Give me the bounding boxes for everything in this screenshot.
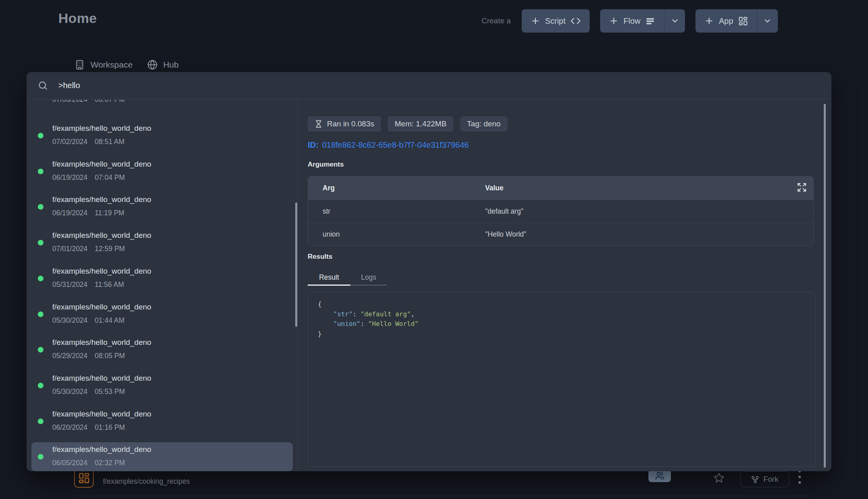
run-item-clipped-date: 07/06/202406:07 PM [52, 100, 125, 104]
run-item-datetime: 05/29/202408:05 PM [52, 352, 125, 360]
run-badges: Ran in 0.083sMem: 1.422MBTag: deno [308, 116, 508, 132]
run-stat-badge: Mem: 1.422MB [388, 116, 453, 132]
success-dot-icon [38, 204, 43, 210]
run-list-item[interactable]: f/examples/hello_world_deno05/30/202405:… [31, 371, 293, 400]
fork-button[interactable]: Fork [740, 471, 789, 487]
run-item-path: f/examples/hello_world_deno [52, 195, 151, 204]
success-dot-icon [38, 133, 43, 138]
arguments-title: Arguments [308, 161, 344, 169]
run-item-path: f/examples/hello_world_deno [52, 409, 151, 419]
create-flow-button-group: Flow [600, 9, 685, 33]
code-icon [570, 16, 581, 26]
app-button-label: App [719, 16, 733, 26]
success-dot-icon [38, 169, 43, 174]
fork-button-label: Fork [763, 475, 778, 484]
git-fork-icon [751, 475, 759, 484]
run-id[interactable]: ID:018fe862-8c62-65e8-b7f7-04e31f379646 [308, 140, 469, 150]
create-row: Create a Script Flow [481, 9, 778, 33]
run-stat-badge-label: Mem: 1.422MB [395, 120, 446, 128]
column-value: Value [485, 184, 504, 192]
search-input[interactable]: >hello [58, 81, 80, 90]
tab-workspace-label: Workspace [91, 60, 133, 70]
row-divider [75, 496, 808, 496]
success-dot-icon [38, 240, 43, 245]
create-app-button[interactable]: App [695, 9, 757, 33]
tab-result[interactable]: Result [308, 273, 350, 282]
tab-hub[interactable]: Hub [147, 60, 179, 70]
page-title: Home [58, 10, 97, 26]
arguments-table-header: Arg Value [308, 177, 813, 200]
create-script-button[interactable]: Script [522, 9, 590, 33]
run-item-datetime: 07/01/202412:59 PM [52, 245, 125, 253]
plus-icon [609, 16, 619, 26]
argument-name: union [308, 230, 485, 239]
run-stat-badge-label: Ran in 0.083s [327, 120, 374, 128]
run-id-value: 018fe862-8c62-65e8-b7f7-04e31f379646 [322, 140, 469, 149]
arguments-table: Arg Value str"default arg"union"Hello Wo… [308, 176, 814, 246]
success-dot-icon [38, 276, 43, 281]
flow-bars-icon [645, 16, 655, 26]
run-item-datetime: 05/30/202405:53 PM [52, 388, 125, 396]
run-stat-badge: Ran in 0.083s [308, 116, 381, 132]
create-flow-button[interactable]: Flow [600, 9, 664, 33]
run-item-datetime: 06/05/202402:32 PM [52, 459, 125, 467]
layout-dashboard-icon [738, 16, 748, 26]
run-list-item[interactable]: f/examples/hello_world_deno06/20/202401:… [31, 407, 293, 436]
run-item-datetime: 05/30/202401:44 AM [52, 316, 125, 325]
results-title: Results [308, 253, 332, 261]
tab-workspace[interactable]: Workspace [74, 60, 133, 70]
tab-hub-label: Hub [163, 60, 179, 70]
run-list-item[interactable]: f/examples/hello_world_deno05/30/202401:… [31, 300, 293, 329]
plus-icon [704, 16, 714, 26]
result-json-code: { "str": "default arg", "union": "Hello … [308, 293, 815, 346]
success-dot-icon [38, 383, 43, 388]
run-item-path: f/examples/hello_world_deno [52, 373, 151, 383]
run-item-path: f/examples/hello_world_deno [52, 266, 151, 276]
run-list-item[interactable]: f/examples/hello_world_deno07/01/202412:… [31, 228, 293, 257]
flow-dropdown-button[interactable] [664, 9, 685, 33]
argument-row: union"Hello World" [308, 223, 813, 245]
run-list-item[interactable]: f/examples/hello_world_deno05/29/202408:… [31, 335, 293, 364]
run-item-path: f/examples/hello_world_deno [52, 445, 151, 454]
run-item-path: f/examples/hello_world_deno [52, 124, 151, 133]
expand-icon[interactable] [797, 182, 807, 192]
run-list-item[interactable]: f/examples/hello_world_deno06/19/202407:… [31, 157, 293, 186]
run-item-path: f/examples/hello_world_deno [52, 159, 151, 169]
app-dropdown-button[interactable] [757, 9, 778, 33]
globe-icon [147, 60, 158, 70]
run-item-datetime: 06/19/202411:19 PM [52, 209, 124, 217]
argument-value: "default arg" [485, 207, 523, 216]
run-detail-scrollbar[interactable] [824, 104, 826, 468]
run-list-item[interactable]: f/examples/hello_world_deno07/02/202408:… [31, 121, 293, 150]
run-item-path: f/examples/hello_world_deno [52, 302, 151, 312]
script-button-label: Script [545, 16, 566, 26]
run-list-item[interactable]: f/examples/hello_world_deno05/31/202411:… [31, 264, 293, 293]
run-item-path: f/examples/hello_world_deno [52, 231, 151, 240]
result-tabs: ResultLogs [308, 273, 387, 282]
run-item-datetime: 05/31/202411:56 AM [52, 280, 124, 289]
create-a-label: Create a [481, 16, 511, 25]
workspace-hub-tabs: Workspace Hub [74, 60, 179, 70]
favorite-star-icon[interactable] [714, 472, 724, 483]
run-list-scrollbar[interactable] [295, 202, 297, 327]
success-dot-icon [38, 311, 43, 317]
search-bar[interactable]: >hello [27, 72, 831, 99]
cooking-recipes-path: f/examples/cooking_recipes [103, 477, 190, 486]
flow-button-label: Flow [623, 16, 640, 26]
run-list-item[interactable]: f/examples/hello_world_deno06/19/202411:… [31, 192, 293, 221]
run-item-datetime: 06/19/202407:04 PM [52, 173, 125, 182]
screen: Home Create a Script Flow [0, 0, 868, 499]
run-stat-badge-label: Tag: deno [467, 120, 500, 128]
run-item-datetime: 07/02/202408:51 AM [52, 138, 125, 146]
run-search-modal: >hello 07/06/202406:07 PM f/examples/hel… [27, 72, 831, 471]
argument-row: str"default arg" [308, 200, 813, 223]
success-dot-icon [38, 454, 43, 460]
run-list-item[interactable]: f/examples/hello_world_deno06/05/202402:… [31, 442, 293, 471]
column-arg: Arg [308, 184, 485, 192]
run-item-path: f/examples/hello_world_deno [52, 338, 151, 347]
tab-logs[interactable]: Logs [350, 273, 387, 282]
run-stat-badge: Tag: deno [460, 116, 507, 132]
tab-result-underline [308, 285, 350, 286]
users-icon [655, 471, 664, 480]
hourglass-icon [315, 120, 323, 128]
